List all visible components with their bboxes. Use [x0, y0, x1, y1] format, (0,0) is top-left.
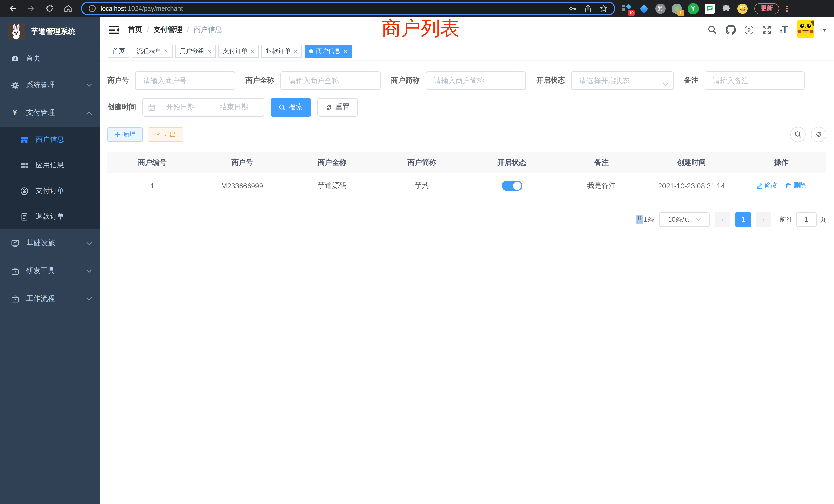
goto-page-input[interactable] — [796, 212, 816, 227]
monitor-icon — [10, 239, 20, 248]
github-icon — [726, 25, 736, 35]
add-button[interactable]: 新增 — [107, 127, 143, 142]
command-extension-icon[interactable]: ⌘ — [654, 3, 666, 14]
close-icon[interactable]: × — [250, 47, 254, 55]
browser-forward-button[interactable] — [24, 1, 38, 16]
browser-menu-kebab-icon[interactable]: ⋮ — [783, 4, 791, 13]
breadcrumb-payment[interactable]: 支付管理 — [154, 25, 182, 35]
refresh-table-button[interactable] — [811, 127, 826, 142]
breadcrumb-home[interactable]: 首页 — [128, 25, 142, 35]
y-extension-icon[interactable]: Y — [687, 3, 699, 14]
bookmark-extension-icon[interactable]: 10 — [621, 3, 633, 14]
sidebar-item-dev-tools[interactable]: 研发工具 — [0, 257, 100, 285]
tray-extension-icon[interactable]: 1 — [671, 3, 682, 14]
breadcrumb-current: 商户信息 — [194, 25, 222, 35]
sidebar-item-pay-order[interactable]: 支付订单 — [0, 178, 100, 204]
sidebar-item-workflow[interactable]: 工作流程 — [0, 285, 100, 313]
chat-extension-icon[interactable] — [704, 3, 716, 14]
date-start-placeholder[interactable]: 开始日期 — [156, 102, 205, 112]
tags-view: 首页 流程表单× 用户分组× 支付订单× 退款订单× 商户信息× — [100, 43, 834, 60]
cell-create-time: 2021-10-23 08:31:14 — [646, 173, 737, 199]
extension-badge: 1 — [677, 10, 684, 16]
gem-extension-icon[interactable] — [638, 3, 650, 14]
sidebar-item-label: 应用信息 — [36, 161, 64, 170]
status-select[interactable] — [571, 71, 674, 90]
tab-home[interactable]: 首页 — [108, 44, 129, 58]
sidebar-item-refund-order[interactable]: 退款订单 — [0, 204, 100, 229]
page-root: localhost:1024/pay/merchant 10 ⌘ 1 Y — [0, 0, 834, 504]
url-bar[interactable]: localhost:1024/pay/merchant — [81, 2, 615, 16]
tab-merchant-info[interactable]: 商户信息× — [305, 44, 352, 58]
close-icon[interactable]: × — [164, 47, 168, 55]
sidebar-item-payment[interactable]: ¥ 支付管理 — [0, 99, 100, 127]
search-icon — [279, 104, 286, 111]
profile-emoji-icon[interactable] — [737, 3, 748, 14]
cell-short-name: 芋艿 — [377, 173, 467, 199]
delete-link[interactable]: 删除 — [786, 181, 807, 190]
short-name-input[interactable] — [426, 71, 526, 90]
extensions-row: 10 ⌘ 1 Y — [621, 3, 748, 14]
full-name-input[interactable] — [280, 71, 380, 90]
export-button[interactable]: 导出 — [148, 127, 183, 142]
tab-process-form[interactable]: 流程表单× — [132, 44, 173, 58]
cell-actions: 修改 删除 — [737, 173, 826, 199]
remark-input[interactable] — [705, 71, 805, 90]
col-short-name: 商户简称 — [377, 153, 467, 173]
status-toggle[interactable] — [502, 181, 522, 191]
edit-link[interactable]: 修改 — [756, 181, 777, 190]
current-page-button[interactable]: 1 — [736, 212, 751, 227]
date-end-placeholder[interactable]: 结束日期 — [210, 102, 259, 112]
prev-page-button[interactable]: ‹ — [715, 212, 730, 227]
col-actions: 操作 — [737, 153, 826, 173]
date-separator: - — [205, 103, 209, 111]
extensions-puzzle-icon[interactable] — [720, 3, 732, 14]
merchant-no-input[interactable] — [135, 71, 235, 90]
hamburger-fold-icon — [109, 26, 118, 33]
github-link[interactable] — [726, 25, 736, 35]
refresh-icon — [815, 131, 822, 138]
user-avatar[interactable] — [796, 20, 814, 40]
sidebar-item-merchant-info[interactable]: 商户信息 — [0, 127, 100, 153]
sidebar-item-infrastructure[interactable]: 基础设施 — [0, 229, 100, 257]
cell-status — [467, 173, 557, 199]
close-icon[interactable]: × — [344, 47, 347, 55]
search-button[interactable]: 搜索 — [271, 98, 311, 116]
tab-user-group[interactable]: 用户分组× — [175, 44, 216, 58]
help-button[interactable]: ? — [745, 25, 753, 34]
header-search-button[interactable] — [708, 25, 717, 35]
plus-icon — [114, 131, 121, 138]
browser-back-button[interactable] — [5, 1, 20, 16]
logo-rabbit-image — [8, 23, 25, 40]
sidebar-item-system[interactable]: 系统管理 — [0, 71, 100, 99]
browser-update-button[interactable]: 更新 — [754, 3, 779, 14]
browser-reload-button[interactable] — [42, 1, 57, 16]
share-icon[interactable] — [584, 4, 592, 13]
close-icon[interactable]: × — [294, 47, 297, 55]
date-range-picker[interactable]: 开始日期 - 结束日期 — [142, 98, 264, 116]
browser-home-button[interactable] — [61, 1, 75, 16]
password-key-icon[interactable] — [569, 4, 577, 13]
font-size-button[interactable]: tT — [780, 25, 788, 35]
next-page-button[interactable]: › — [756, 212, 771, 227]
sidebar-item-label: 研发工具 — [26, 266, 55, 276]
sidebar-fold-button[interactable] — [108, 24, 120, 36]
document-icon — [20, 212, 29, 221]
fullscreen-button[interactable] — [762, 25, 771, 35]
tab-refund-order[interactable]: 退款订单× — [261, 44, 302, 58]
sidebar-item-app-info[interactable]: 应用信息 — [0, 153, 100, 178]
navbar: 首页 / 支付管理 / 商户信息 ? — [100, 17, 834, 43]
sidebar-item-home[interactable]: 首页 — [0, 46, 100, 71]
reset-button[interactable]: 重置 — [317, 98, 358, 116]
yuan-circle-icon — [20, 186, 29, 196]
app-logo[interactable]: 芋道管理系统 — [0, 17, 100, 46]
toggle-search-button[interactable] — [790, 127, 806, 142]
content-area: 商户号 商户全称 商户简称 开启状态 — [100, 60, 834, 227]
chevron-down-icon — [86, 297, 92, 300]
page-size-select[interactable]: 10条/页 — [659, 212, 710, 227]
bookmark-star-icon[interactable] — [599, 4, 608, 13]
info-icon[interactable] — [88, 5, 96, 12]
tab-pay-order[interactable]: 支付订单× — [218, 44, 259, 58]
avatar-caret-icon[interactable]: ▾ — [823, 27, 826, 32]
close-icon[interactable]: × — [207, 47, 211, 55]
sidebar-item-label: 退款订单 — [36, 212, 64, 221]
